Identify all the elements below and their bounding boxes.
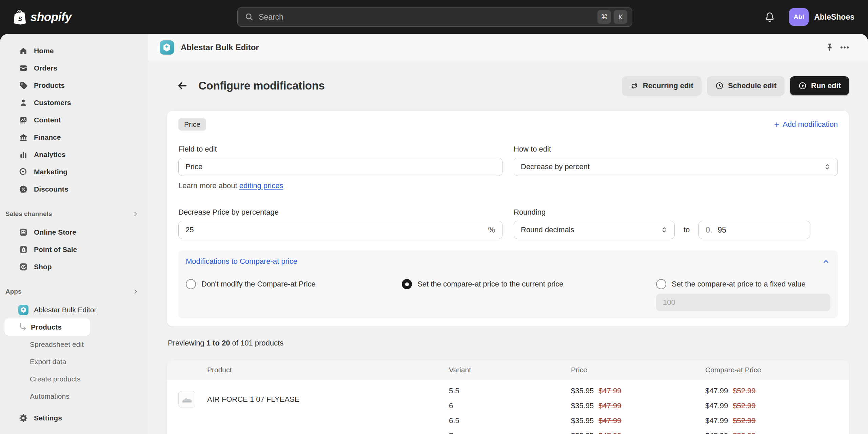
fixed-value-input[interactable] xyxy=(656,294,830,311)
sidebar-item-marketing[interactable]: Marketing xyxy=(0,163,148,180)
sidebar-item-app-products-active[interactable]: Products xyxy=(4,318,90,336)
chevron-right-icon xyxy=(132,288,139,295)
pin-app-button[interactable] xyxy=(823,40,837,55)
sidebar-item-label: Home xyxy=(34,47,54,55)
column-header-variant: Variant xyxy=(449,366,571,374)
play-circle-icon xyxy=(798,81,807,90)
compare-at-cell: $47.99$52.99 xyxy=(705,413,849,428)
orders-icon xyxy=(18,63,28,73)
price-cell: $35.95$47.99 xyxy=(571,398,705,413)
notifications-button[interactable] xyxy=(762,9,777,25)
sidebar-item-content[interactable]: Content xyxy=(0,111,148,129)
sidebar-item-automations[interactable]: Automations xyxy=(0,388,148,405)
sidebar-item-finance[interactable]: Finance xyxy=(0,129,148,146)
editing-prices-link[interactable]: editing prices xyxy=(239,181,283,190)
store-account-button[interactable]: Abl AbleShoes xyxy=(789,8,854,26)
discount-badge-icon xyxy=(18,184,28,194)
how-to-edit-select[interactable]: Decrease by percent xyxy=(514,158,838,176)
sidebar-item-discounts[interactable]: Discounts xyxy=(0,180,148,198)
sidebar-item-analytics[interactable]: Analytics xyxy=(0,146,148,163)
sidebar-item-create-products[interactable]: Create products xyxy=(0,370,148,388)
sidebar-item-label: Marketing xyxy=(34,168,67,176)
price-cell: $35.95$47.99 xyxy=(571,428,705,434)
command-key: ⌘ xyxy=(597,10,611,24)
sidebar-item-online-store[interactable]: Online Store xyxy=(0,223,148,241)
sidebar-item-settings[interactable]: Settings xyxy=(0,409,148,427)
column-header-compare-at: Compare-at Price xyxy=(705,366,849,374)
sidebar-item-label: Analytics xyxy=(34,151,65,159)
recurring-edit-button[interactable]: Recurring edit xyxy=(622,76,702,95)
clock-icon xyxy=(715,81,724,90)
compare-section-heading[interactable]: Modifications to Compare-at price xyxy=(186,257,822,266)
admin-frame: Home Orders Products Customers Content F… xyxy=(0,34,868,434)
svg-text:S: S xyxy=(18,16,22,22)
sidebar-item-ablestar-app[interactable]: Ablestar Bulk Editor xyxy=(0,301,148,318)
how-to-edit-label: How to edit xyxy=(514,145,838,154)
field-to-edit-input[interactable] xyxy=(178,158,502,176)
radio-icon xyxy=(186,279,196,289)
main-area: Ablestar Bulk Editor Configure modificat… xyxy=(148,34,868,434)
sidebar-item-label: Point of Sale xyxy=(34,245,77,254)
shopify-logo[interactable]: S shopify xyxy=(13,7,72,26)
search-input[interactable] xyxy=(259,13,595,22)
bank-icon xyxy=(18,133,28,142)
variant-cell: 6.5 xyxy=(449,413,571,428)
apps-header[interactable]: Apps xyxy=(0,284,148,299)
search-icon xyxy=(244,12,254,22)
pos-bag-icon: s xyxy=(18,245,28,254)
sidebar: Home Orders Products Customers Content F… xyxy=(0,34,148,434)
sales-channels-header[interactable]: Sales channels xyxy=(0,206,148,221)
svg-text:s: s xyxy=(23,248,24,251)
chevron-right-icon xyxy=(132,210,139,218)
sidebar-item-export-data[interactable]: Export data xyxy=(0,353,148,370)
radio-dont-modify[interactable]: Don't modify the Compare-at Price xyxy=(186,279,402,289)
logo-wordmark: shopify xyxy=(31,10,72,24)
person-icon xyxy=(18,98,28,107)
variant-cell: 5.5 xyxy=(449,383,571,398)
chevron-up-icon[interactable] xyxy=(822,257,830,266)
ablestar-app-icon xyxy=(160,40,174,55)
sidebar-item-home[interactable]: Home xyxy=(0,42,148,59)
sidebar-item-label: Products xyxy=(31,323,62,331)
run-edit-button[interactable]: Run edit xyxy=(790,76,849,95)
product-cell[interactable]: AIR FORCE 1 07 FLYEASE xyxy=(167,383,449,415)
sidebar-item-shop[interactable]: Shop xyxy=(0,258,148,275)
radio-set-to-current-price[interactable]: Set the compare-at price to the current … xyxy=(402,279,656,289)
radio-set-to-fixed-value[interactable]: Set the compare-at price to a fixed valu… xyxy=(656,279,830,289)
schedule-edit-button[interactable]: Schedule edit xyxy=(707,76,785,95)
decrease-percentage-input[interactable] xyxy=(178,221,502,239)
ablestar-app-icon xyxy=(18,305,28,315)
radio-selected-icon xyxy=(402,279,412,289)
sidebar-item-point-of-sale[interactable]: s Point of Sale xyxy=(0,241,148,258)
preview-table: Product Variant Price Compare-at Price A… xyxy=(167,360,849,434)
sidebar-item-label: Finance xyxy=(34,133,61,141)
rounding-select[interactable]: Round decimals xyxy=(514,221,675,239)
storefront-icon xyxy=(18,228,28,237)
home-icon xyxy=(18,46,28,56)
gear-icon xyxy=(18,413,28,423)
sidebar-item-label: Shop xyxy=(34,263,52,271)
repeat-icon xyxy=(630,81,639,90)
global-search[interactable]: ⌘ K xyxy=(237,7,632,27)
sidebar-item-label: Customers xyxy=(34,99,71,107)
sidebar-item-customers[interactable]: Customers xyxy=(0,94,148,111)
sidebar-item-spreadsheet-edit[interactable]: Spreadsheet edit xyxy=(0,336,148,353)
rounding-label: Rounding xyxy=(514,208,838,217)
compare-at-cell: $47.99$52.99 xyxy=(705,383,849,398)
add-modification-link[interactable]: + Add modification xyxy=(774,120,838,129)
sidebar-item-label: Content xyxy=(34,116,61,124)
sidebar-item-products[interactable]: Products xyxy=(0,77,148,94)
tag-icon xyxy=(18,81,28,90)
price-cell: $35.95$47.99 xyxy=(571,413,705,428)
app-more-menu-button[interactable] xyxy=(837,40,852,55)
help-text: Learn more about editing prices xyxy=(178,181,502,191)
percent-suffix: % xyxy=(488,225,495,235)
field-to-edit-label: Field to edit xyxy=(178,145,502,154)
select-chevrons-icon xyxy=(823,163,831,171)
product-name: AIR FORCE 1 07 FLYEASE xyxy=(207,395,299,404)
to-label: to xyxy=(684,225,690,234)
rounding-value-input[interactable]: 0. 95 xyxy=(698,221,810,239)
back-button[interactable] xyxy=(175,78,190,94)
sidebar-item-orders[interactable]: Orders xyxy=(0,59,148,77)
app-header: Ablestar Bulk Editor xyxy=(148,34,868,61)
